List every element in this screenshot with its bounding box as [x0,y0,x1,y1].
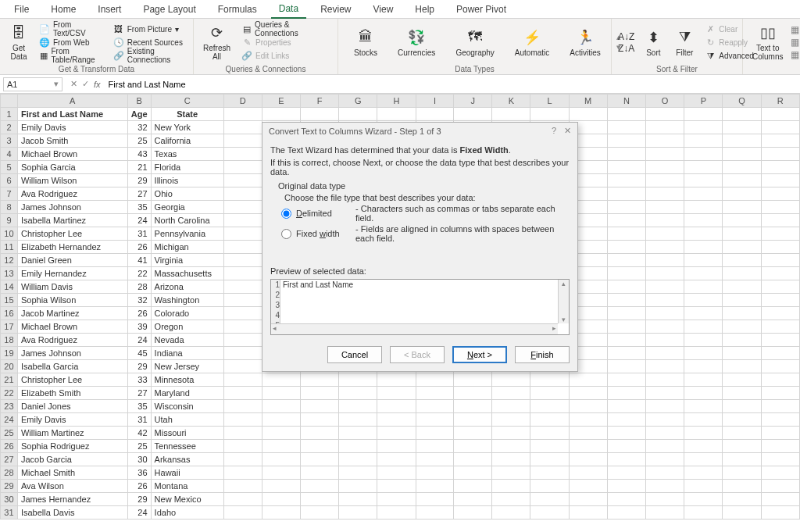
cell[interactable] [761,466,799,480]
cell[interactable] [723,307,761,320]
cell[interactable]: Nevada [151,334,223,347]
cell[interactable] [723,121,761,134]
cell[interactable] [684,347,723,360]
cell[interactable] [223,466,262,480]
cell[interactable] [492,440,530,453]
cell[interactable] [530,493,569,506]
row-header[interactable]: 10 [1,227,18,241]
cell[interactable] [684,427,723,440]
cancel-button[interactable]: Cancel [327,346,382,363]
cell[interactable] [684,493,723,506]
cell[interactable] [223,320,262,334]
cell[interactable]: Jacob Garcia [17,453,127,466]
cell[interactable]: Ohio [151,187,223,201]
cell[interactable] [339,387,377,400]
cell[interactable] [339,453,377,466]
row-header[interactable]: 8 [1,201,18,214]
cell[interactable] [761,254,799,267]
cell[interactable] [607,280,645,294]
cell[interactable] [607,294,645,307]
cell[interactable] [569,108,607,121]
cell[interactable] [262,427,300,440]
cell[interactable] [607,506,645,520]
refresh-all-button[interactable]: ⟳ Refresh All [198,20,235,64]
row-header[interactable]: 14 [1,280,18,294]
cell[interactable] [377,506,416,520]
cell[interactable] [723,493,761,506]
cell[interactable] [645,108,684,121]
column-header-R[interactable]: R [761,95,799,108]
cell[interactable] [761,413,799,427]
cell[interactable] [569,453,607,466]
properties-button[interactable]: ✎Properties [238,36,333,49]
cell[interactable] [300,427,338,440]
cell[interactable] [761,373,799,387]
cell[interactable]: Massachusetts [151,267,223,280]
cell[interactable] [684,506,723,520]
formula-input[interactable] [105,77,800,91]
cell[interactable]: 28 [127,280,151,294]
cell[interactable] [645,400,684,413]
cell[interactable] [723,201,761,214]
cell[interactable] [223,254,262,267]
cell[interactable] [684,227,723,241]
cell[interactable]: Sophia Rodriguez [17,440,127,453]
cell[interactable]: 42 [127,427,151,440]
cell[interactable]: New Mexico [151,493,223,506]
activities-button[interactable]: 🏃Activities [565,27,605,59]
cell[interactable] [761,493,799,506]
cell[interactable] [645,214,684,227]
cell[interactable]: Utah [151,413,223,427]
cell[interactable]: Jacob Smith [17,134,127,148]
from-table-range-button[interactable]: ▦From Table/Range [36,49,107,62]
cell[interactable] [454,108,492,121]
cell[interactable] [223,453,262,466]
cell[interactable]: 45 [127,347,151,360]
cell[interactable] [377,493,416,506]
cell[interactable] [607,413,645,427]
tab-view[interactable]: View [366,1,402,18]
cell[interactable] [300,413,338,427]
cell[interactable] [223,108,262,121]
row-header[interactable]: 5 [1,161,18,174]
cell[interactable] [761,267,799,280]
column-header-G[interactable]: G [339,95,377,108]
cell[interactable] [761,161,799,174]
cell[interactable] [607,480,645,493]
close-icon[interactable]: ✕ [564,126,571,136]
cell[interactable] [377,480,416,493]
cell[interactable] [761,427,799,440]
cell[interactable]: 24 [127,334,151,347]
cell[interactable]: William Davis [17,280,127,294]
row-header[interactable]: 27 [1,453,18,466]
cell[interactable] [492,387,530,400]
cell[interactable] [645,347,684,360]
cancel-formula-icon[interactable]: ✕ [70,79,77,89]
cell[interactable] [607,134,645,148]
scroll-left-icon[interactable]: ◂ [273,324,277,334]
cell[interactable]: Daniel Jones [17,400,127,413]
cell[interactable] [454,453,492,466]
cell[interactable] [607,347,645,360]
cell[interactable] [684,413,723,427]
cell[interactable] [454,427,492,440]
row-header[interactable]: 6 [1,174,18,187]
cell[interactable] [416,427,454,440]
cell[interactable] [223,440,262,453]
cell[interactable] [569,493,607,506]
cell[interactable] [684,294,723,307]
cell[interactable] [454,480,492,493]
column-header-C[interactable]: C [151,95,223,108]
cell[interactable] [300,440,338,453]
cell[interactable] [645,373,684,387]
cell[interactable] [492,453,530,466]
cell[interactable] [645,427,684,440]
cell[interactable]: Isabella Martinez [17,214,127,227]
cell[interactable] [454,413,492,427]
cell[interactable] [416,373,454,387]
cell[interactable] [339,413,377,427]
cell[interactable]: William Wilson [17,174,127,187]
cell[interactable] [684,254,723,267]
cell[interactable] [645,360,684,373]
cell[interactable] [223,506,262,520]
